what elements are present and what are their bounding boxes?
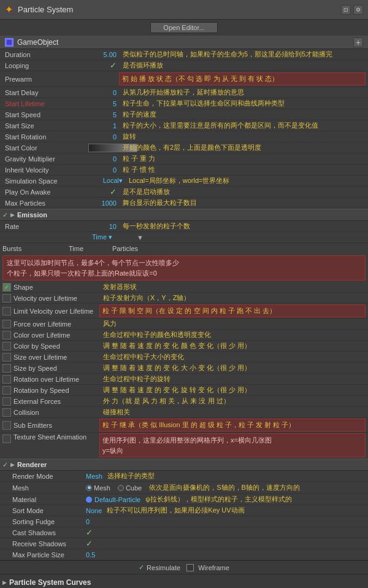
mesh-radio-mesh[interactable]: Mesh — [86, 484, 110, 492]
emission-triangle: ▶ — [10, 212, 15, 218]
texture-sheet-checkbox[interactable] — [2, 435, 11, 443]
cast-shadows-row: Cast Shadows ✓ — [0, 527, 368, 538]
velocity-checkbox[interactable] — [2, 294, 11, 303]
add-component-button[interactable]: + — [353, 37, 363, 47]
render-mode-value[interactable]: Mesh — [86, 473, 102, 480]
renderer-section-header[interactable]: ✓ ▶ Renderer — [0, 458, 368, 471]
material-icon — [86, 497, 92, 503]
renderer-check: ✓ — [2, 461, 8, 469]
start-color-label: Start Color — [2, 144, 88, 152]
color-speed-checkbox[interactable] — [2, 342, 11, 350]
mesh-radio-cube-label: Cube — [126, 484, 142, 492]
material-label: Material — [12, 496, 86, 503]
rate-label: Rate — [2, 223, 88, 230]
time-label[interactable]: Time ▾ — [92, 233, 112, 241]
shape-checkbox[interactable]: ✓ — [2, 283, 11, 292]
material-value[interactable]: Default-Particle — [94, 496, 140, 503]
max-particles-value[interactable]: 1000 — [88, 199, 119, 207]
shape-label: Shape — [13, 284, 99, 291]
force-label: Force over Lifetime — [13, 320, 99, 328]
sort-mode-value[interactable]: None — [86, 507, 102, 514]
start-color-desc: 开始的颜色，有2层，上面是颜色下面是透明度 — [119, 143, 366, 152]
start-size-row: Start Size 1 粒子的大小，这里需要注意是所有的两个都是区间，而不是变… — [0, 120, 368, 131]
looping-desc: 是否循环播放 — [119, 61, 366, 70]
duration-value[interactable]: 5.00 — [88, 51, 119, 58]
force-checkbox[interactable] — [2, 320, 11, 328]
shape-module-row: ✓ Shape 发射器形状 — [0, 282, 368, 293]
curves-title: Particle System Curves — [9, 578, 91, 587]
start-lifetime-value[interactable]: 5 — [88, 100, 119, 107]
resimulate-button[interactable]: ✓ Resimulate — [139, 563, 180, 571]
max-particle-size-value[interactable]: 0.5 — [86, 551, 95, 559]
curves-section: ▶ Particle System Curves ← 所有的曲线在这个下方显示 — [0, 574, 368, 588]
screenshot-icon[interactable]: ⊡ — [341, 5, 351, 15]
rotation-lifetime-checkbox[interactable] — [2, 375, 11, 384]
play-on-awake-value[interactable]: ✓ — [88, 187, 119, 196]
start-delay-value[interactable]: 0 — [88, 89, 119, 96]
time-arrow: ▼ — [137, 234, 144, 241]
resimulate-label: Resimulate — [147, 564, 180, 571]
texture-sheet-label: Texture Sheet Animation — [13, 433, 99, 441]
curves-header[interactable]: ▶ Particle System Curves — [2, 577, 366, 588]
start-rotation-label: Start Rotation — [2, 133, 88, 141]
mesh-label: Mesh — [12, 484, 86, 492]
rotation-speed-module-row: Rotation by Speed 调 整 随 着 速 度 的 变 化 旋 转 … — [0, 385, 368, 396]
rotation-speed-label: Rotation by Speed — [13, 387, 99, 394]
open-editor-button[interactable]: Open Editor... — [150, 22, 217, 33]
receive-shadows-value[interactable]: ✓ — [86, 539, 93, 548]
play-on-awake-label: Play On Awake — [2, 188, 88, 196]
particle-system-icon: ✦ — [5, 4, 13, 15]
mesh-radio-mesh-label: Mesh — [94, 484, 110, 492]
start-rotation-value[interactable]: 0 — [88, 133, 119, 141]
simulation-space-label: Simulation Space — [2, 177, 88, 185]
rotation-speed-checkbox[interactable] — [2, 386, 11, 395]
play-on-awake-desc: 是不是启动播放 — [119, 187, 366, 196]
external-forces-module-row: External Forces 外 力（就 是 风 力 相 关，从 来 没 用 … — [0, 396, 368, 407]
sub-emitters-desc: 粒 子 继 承（类 似 Illusion 里 的 超 级 粒 子，粒 子 发 射… — [99, 419, 366, 431]
sorting-fudge-value[interactable]: 0 — [86, 518, 90, 525]
mesh-radio-cube[interactable]: Cube — [118, 484, 142, 492]
looping-label: Looping — [2, 62, 88, 69]
limit-velocity-checkbox[interactable] — [2, 307, 11, 315]
start-color-value[interactable] — [88, 143, 119, 152]
collision-checkbox[interactable] — [2, 408, 11, 417]
rate-row: Rate 10 每一秒发射的粒子个数 — [0, 221, 368, 232]
start-size-desc: 粒子的大小，这里需要注意是所有的两个都是区间，而不是变化值 — [119, 121, 366, 130]
looping-value[interactable]: ✓ — [88, 61, 119, 70]
bursts-time-col: Time — [52, 245, 101, 252]
duration-label: Duration — [2, 51, 88, 58]
start-rotation-desc: 旋转 — [119, 132, 366, 141]
open-editor-row: Open Editor... — [0, 20, 368, 36]
rate-value[interactable]: 10 — [88, 223, 119, 230]
settings-icon[interactable]: ⚙ — [353, 5, 363, 15]
cast-shadows-value[interactable]: ✓ — [86, 528, 93, 537]
sub-emitters-checkbox[interactable] — [2, 421, 11, 430]
material-row: Material Default-Particle ψ拉长斜线），模型样式的粒子… — [0, 494, 368, 505]
color-lifetime-checkbox[interactable] — [2, 331, 11, 339]
size-lifetime-label: Size over Lifetime — [13, 354, 99, 361]
gameobject-row: GameObject + — [0, 36, 368, 49]
max-particles-label: Max Particles — [2, 199, 88, 207]
max-particles-desc: 舞台显示的最大粒子数目 — [119, 198, 366, 207]
color-speed-desc: 调 整 随 着 速 度 的 变 化 颜 色 变 化（很 少 用） — [99, 341, 366, 350]
start-speed-value[interactable]: 5 — [88, 111, 119, 118]
start-size-value[interactable]: 1 — [88, 122, 119, 130]
max-particles-row: Max Particles 1000 舞台显示的最大粒子数目 — [0, 198, 368, 209]
size-lifetime-module-row: Size over Lifetime 生命过程中粒子大小的变化 — [0, 352, 368, 363]
inherit-velocity-value[interactable]: 0 — [88, 166, 119, 174]
external-forces-label: External Forces — [13, 398, 99, 405]
render-mode-label: Render Mode — [12, 473, 86, 480]
collision-label: Collision — [13, 409, 99, 416]
rotation-lifetime-desc: 生命过程中粒子的旋转 — [99, 374, 366, 384]
resimulate-check: ✓ — [139, 563, 144, 571]
gravity-value[interactable]: 0 — [88, 155, 119, 163]
external-forces-checkbox[interactable] — [2, 397, 11, 406]
size-lifetime-checkbox[interactable] — [2, 353, 11, 362]
emission-section-header[interactable]: ✓ ▶ Emission — [0, 209, 368, 221]
size-speed-checkbox[interactable] — [2, 364, 11, 373]
simulation-space-value[interactable]: Local▾ — [88, 177, 125, 185]
mesh-radio-circle — [86, 485, 92, 491]
wireframe-button[interactable]: Wireframe — [186, 564, 229, 571]
header-bar: ✦ Particle System ⊡ ⚙ — [0, 0, 368, 20]
prewarm-desc: 初 始 播 放 状 态（不 勾 选 即 为 从 无 到 有 状 态） — [119, 72, 366, 85]
